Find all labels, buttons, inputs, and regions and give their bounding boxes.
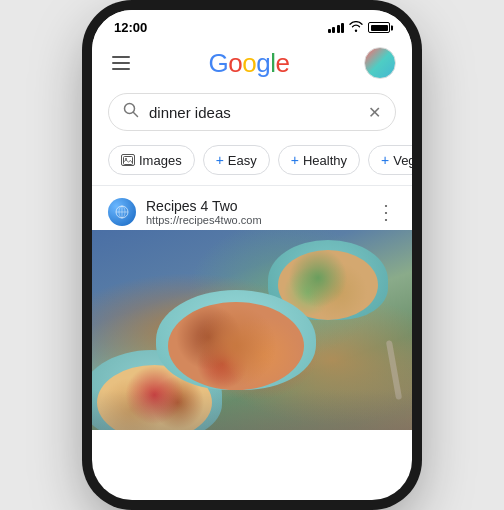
chip-healthy[interactable]: + Healthy	[278, 145, 360, 175]
chip-easy[interactable]: + Easy	[203, 145, 270, 175]
phone-frame: 12:00	[92, 10, 412, 500]
clear-search-button[interactable]: ✕	[368, 103, 381, 122]
chip-images[interactable]: Images	[108, 145, 195, 175]
site-text: Recipes 4 Two https://recipes4two.com	[146, 198, 262, 226]
chip-vegetarian-label: Veget...	[393, 153, 412, 168]
search-bar[interactable]: dinner ideas ✕	[108, 93, 396, 131]
site-favicon	[108, 198, 136, 226]
svg-line-1	[134, 113, 138, 117]
status-icons	[328, 21, 391, 35]
chip-healthy-label: Healthy	[303, 153, 347, 168]
wifi-icon	[349, 21, 363, 35]
site-info: Recipes 4 Two https://recipes4two.com	[108, 198, 262, 226]
search-query-text: dinner ideas	[149, 104, 358, 121]
filter-chips: Images + Easy + Healthy + Veget...	[92, 141, 412, 185]
search-icon	[123, 102, 139, 122]
signal-icon	[328, 23, 345, 33]
chip-vegetarian-plus: +	[381, 152, 389, 168]
food-photo	[92, 230, 412, 430]
hamburger-line	[112, 68, 130, 70]
hamburger-line	[112, 62, 130, 64]
chip-images-label: Images	[139, 153, 182, 168]
status-bar: 12:00	[92, 10, 412, 39]
status-time: 12:00	[114, 20, 147, 35]
site-url: https://recipes4two.com	[146, 214, 262, 226]
user-avatar[interactable]	[364, 47, 396, 79]
chip-vegetarian[interactable]: + Veget...	[368, 145, 412, 175]
hamburger-line	[112, 56, 130, 58]
google-logo: Google	[209, 48, 290, 79]
result-header: Recipes 4 Two https://recipes4two.com ⋮	[92, 186, 412, 230]
table-surface	[92, 390, 412, 430]
more-options-button[interactable]: ⋮	[376, 202, 396, 222]
header: Google	[92, 39, 412, 89]
search-bar-container: dinner ideas ✕	[92, 89, 412, 141]
bowl-center	[156, 290, 316, 390]
site-name: Recipes 4 Two	[146, 198, 262, 214]
images-chip-icon	[121, 154, 135, 166]
chip-easy-label: Easy	[228, 153, 257, 168]
result-image	[92, 230, 412, 430]
chip-easy-plus: +	[216, 152, 224, 168]
hamburger-menu-button[interactable]	[108, 52, 134, 74]
battery-icon	[368, 22, 390, 33]
chip-healthy-plus: +	[291, 152, 299, 168]
